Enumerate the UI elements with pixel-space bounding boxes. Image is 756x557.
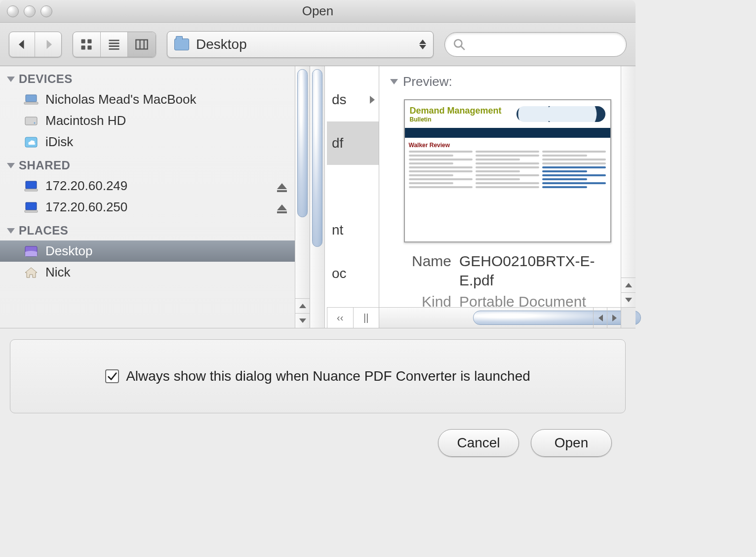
preview-thumbnail: Demand Management Bulletin Walker Review <box>404 99 611 242</box>
desktop-icon <box>24 245 39 258</box>
disclosure-triangle-icon <box>7 228 15 234</box>
doc-subtitle: Bulletin <box>410 116 502 123</box>
scroll-up-button[interactable] <box>621 278 636 292</box>
check-icon <box>107 371 118 382</box>
network-pc-icon <box>24 180 39 193</box>
disclosure-triangle-icon <box>7 77 15 82</box>
column-view-button[interactable] <box>128 32 156 57</box>
scroll-corner <box>621 308 636 328</box>
icon-view-button[interactable] <box>73 32 101 57</box>
open-dialog-window: Open Desktop <box>0 0 636 477</box>
network-pc-icon <box>24 201 39 214</box>
location-label: Desktop <box>196 37 247 52</box>
scroll-left-button[interactable] <box>593 308 608 328</box>
scroll-down-button[interactable] <box>621 292 636 307</box>
sidebar-item-shared-2[interactable]: 172.20.60.250 <box>0 197 310 218</box>
svg-rect-8 <box>136 40 147 49</box>
browser-body: DEVICES Nicholas Mead's MacBook Macintos… <box>0 66 636 328</box>
eject-icon[interactable] <box>277 183 287 189</box>
sidebar-item-label: iDisk <box>45 134 73 150</box>
sidebar-item-label: Nick <box>45 265 71 280</box>
svg-rect-1 <box>87 39 91 43</box>
footer: Always show this dialog when Nuance PDF … <box>0 328 636 472</box>
section-title: SHARED <box>19 159 70 172</box>
preview-metadata: Name GEHO0210BRTX-E-E.pdf Kind Portable … <box>379 251 636 311</box>
svg-rect-13 <box>26 95 37 102</box>
location-popup[interactable]: Desktop <box>167 31 434 58</box>
open-button[interactable]: Open <box>531 429 612 457</box>
file-name-fragment: nt <box>332 222 343 238</box>
file-list: ds df nt oc <box>327 66 379 328</box>
always-show-checkbox[interactable] <box>105 369 119 383</box>
column-scrollbar[interactable] <box>310 66 325 328</box>
hdd-icon <box>24 115 39 127</box>
titlebar: Open <box>0 0 636 23</box>
svg-point-11 <box>454 40 462 47</box>
idisk-icon <box>24 136 39 149</box>
file-name-fragment: oc <box>332 266 347 281</box>
scroll-up-button[interactable] <box>295 298 310 313</box>
sidebar-item-label: 172.20.60.250 <box>45 199 127 215</box>
scrollbar-thumb[interactable] <box>297 69 308 217</box>
always-show-label: Always show this dialog when Nuance PDF … <box>126 368 530 384</box>
svg-rect-0 <box>81 39 85 43</box>
disclosure-triangle-icon <box>390 79 398 84</box>
dialog-buttons: Cancel Open <box>0 424 636 472</box>
folder-icon <box>174 39 189 50</box>
svg-rect-14 <box>24 102 38 104</box>
preview-column: Preview: Demand Management Bulletin Walk… <box>379 66 636 328</box>
preview-vertical-scrollbar[interactable] <box>621 66 636 307</box>
search-field[interactable] <box>444 32 627 57</box>
scroll-right-button[interactable] <box>607 308 622 328</box>
search-input[interactable] <box>471 38 618 51</box>
scroll-right-button[interactable]: || <box>353 308 379 328</box>
sidebar-item-macintosh-hd[interactable]: Macintosh HD <box>0 110 310 131</box>
meta-name-value: GEHO0210BRTX-E-E.pdf <box>459 251 618 290</box>
sidebar-item-label: 172.20.60.249 <box>45 178 127 194</box>
search-icon <box>453 38 466 51</box>
svg-line-12 <box>461 46 465 50</box>
section-title: DEVICES <box>19 72 73 86</box>
sidebar-item-idisk[interactable]: iDisk <box>0 131 310 153</box>
home-icon <box>24 266 39 279</box>
meta-name-label: Name <box>397 251 451 290</box>
sidebar-item-shared-1[interactable]: 172.20.60.249 <box>0 175 310 197</box>
file-name-fragment: df <box>332 135 343 151</box>
sidebar-item-macbook[interactable]: Nicholas Mead's MacBook <box>0 89 310 110</box>
sidebar-item-label: Macintosh HD <box>45 113 126 128</box>
scrollbar-thumb[interactable] <box>312 69 322 247</box>
eject-icon[interactable] <box>277 204 287 210</box>
preview-horizontal-scrollbar[interactable] <box>379 307 636 328</box>
back-button[interactable] <box>9 32 35 57</box>
forward-button[interactable] <box>35 32 61 57</box>
doc-banner-graphic <box>517 106 605 122</box>
svg-rect-18 <box>26 181 37 189</box>
list-item[interactable]: nt <box>327 208 379 252</box>
scroll-down-button[interactable] <box>295 313 310 328</box>
svg-rect-2 <box>81 45 85 49</box>
svg-rect-20 <box>26 202 37 210</box>
chevron-right-icon <box>370 96 375 104</box>
toolbar: Desktop <box>0 23 636 66</box>
list-item[interactable]: oc <box>327 252 379 295</box>
svg-rect-21 <box>25 210 38 212</box>
sidebar-item-home[interactable]: Nick <box>0 262 310 283</box>
scroll-left-button[interactable]: ‹‹ <box>327 308 353 328</box>
preview-header[interactable]: Preview: <box>379 66 636 97</box>
svg-rect-15 <box>25 117 37 125</box>
sidebar-item-desktop[interactable]: Desktop <box>0 240 310 262</box>
list-view-button[interactable] <box>101 32 128 57</box>
column-bottom-controls: ‹‹ || <box>327 307 379 328</box>
list-item[interactable]: ds <box>327 78 379 121</box>
section-header-places[interactable]: PLACES <box>0 218 310 240</box>
disclosure-triangle-icon <box>7 163 15 168</box>
doc-section-heading: Walker Review <box>409 142 473 149</box>
section-title: PLACES <box>19 224 68 238</box>
sidebar-scrollbar[interactable] <box>295 66 310 328</box>
section-header-shared[interactable]: SHARED <box>0 153 310 175</box>
cancel-button[interactable]: Cancel <box>438 429 519 457</box>
list-item[interactable]: df <box>327 121 379 165</box>
section-header-devices[interactable]: DEVICES <box>0 66 310 89</box>
view-mode-buttons <box>73 32 156 57</box>
doc-title: Demand Management <box>410 106 502 116</box>
